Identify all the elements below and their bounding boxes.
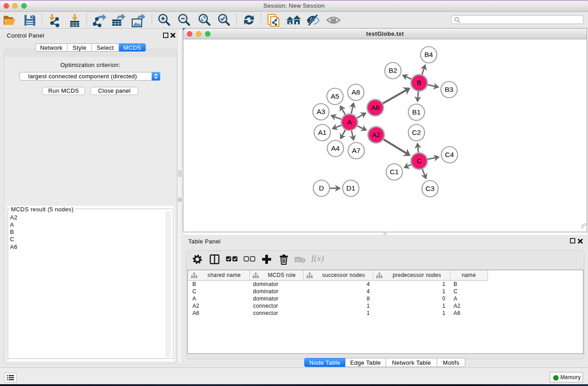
svg-text:C2: C2: [412, 129, 421, 136]
svg-text:D1: D1: [346, 184, 355, 192]
svg-text:D: D: [319, 184, 324, 192]
svg-text:A8: A8: [352, 88, 360, 96]
svg-text:A5: A5: [331, 92, 339, 100]
svg-text:B1: B1: [412, 108, 421, 116]
svg-text:B2: B2: [389, 67, 397, 74]
svg-text:A7: A7: [352, 147, 361, 154]
svg-text:B: B: [417, 79, 421, 86]
svg-text:A2: A2: [372, 131, 381, 138]
svg-text:C: C: [416, 157, 421, 165]
svg-text:C1: C1: [390, 168, 399, 176]
svg-text:A: A: [347, 118, 352, 126]
svg-text:B4: B4: [425, 51, 433, 58]
svg-text:A4: A4: [331, 144, 340, 152]
svg-text:A1: A1: [318, 129, 327, 136]
svg-text:C4: C4: [445, 151, 454, 158]
svg-text:A6: A6: [371, 104, 380, 111]
svg-text:B3: B3: [445, 86, 454, 93]
svg-text:C3: C3: [425, 185, 435, 192]
svg-text:A3: A3: [317, 108, 325, 115]
